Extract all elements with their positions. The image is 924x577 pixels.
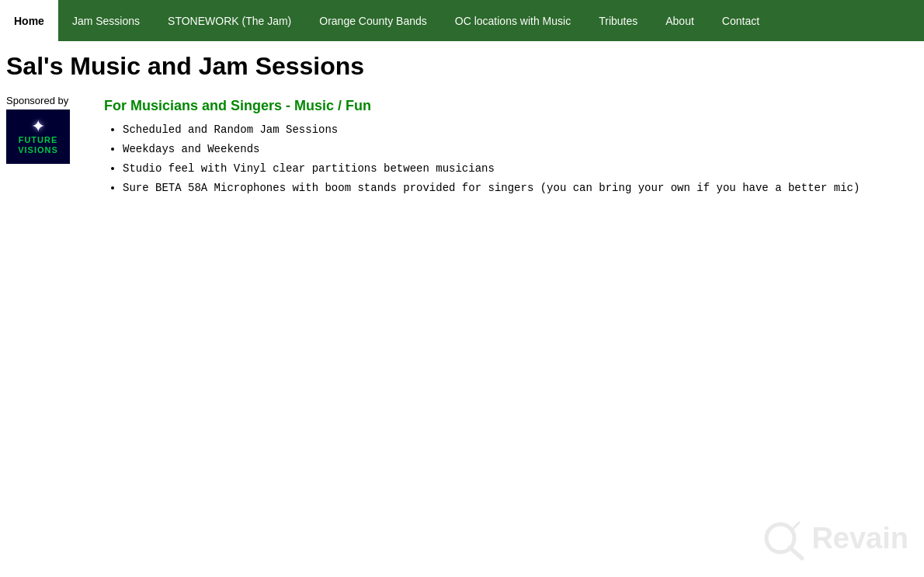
list-item: Weekdays and Weekends [123, 141, 918, 158]
sponsor-logo-line2: VISIONS [18, 145, 58, 155]
svg-line-2 [791, 523, 799, 530]
nav-item-stonework[interactable]: STONEWORK (The Jam) [154, 0, 305, 41]
revain-icon [760, 515, 807, 561]
nav-item-oc-locations[interactable]: OC locations with Music [441, 0, 585, 41]
list-item: Studio feel with Vinyl clear partitions … [123, 161, 918, 177]
main-content: Sponsored by ✦ FUTURE VISIONS For Musici… [0, 89, 924, 206]
revain-watermark: Revain [760, 515, 908, 561]
nav-item-home[interactable]: Home [0, 0, 58, 41]
sponsor-label: Sponsored by [6, 95, 68, 106]
content-headline: For Musicians and Singers - Music / Fun [104, 98, 918, 114]
nav-item-contact[interactable]: Contact [708, 0, 773, 41]
nav-item-about[interactable]: About [651, 0, 708, 41]
svg-line-1 [790, 547, 802, 558]
nav-item-oc-bands[interactable]: Orange County Bands [305, 0, 441, 41]
sponsor-logo-line1: FUTURE [19, 135, 58, 145]
sponsor-logo: ✦ FUTURE VISIONS [6, 109, 70, 164]
main-nav: HomeJam SessionsSTONEWORK (The Jam)Orang… [0, 0, 924, 41]
sponsor-logo-star: ✦ [31, 118, 45, 135]
content-block: For Musicians and Singers - Music / Fun … [96, 95, 918, 200]
revain-text: Revain [811, 522, 908, 555]
page-title: Sal's Music and Jam Sessions [0, 41, 924, 89]
sponsor-block: Sponsored by ✦ FUTURE VISIONS [6, 95, 84, 200]
nav-item-tributes[interactable]: Tributes [585, 0, 651, 41]
nav-item-jam-sessions[interactable]: Jam Sessions [58, 0, 154, 41]
list-item: Scheduled and Random Jam Sessions [123, 122, 918, 138]
list-item: Sure BETA 58A Microphones with boom stan… [123, 180, 918, 196]
content-list: Scheduled and Random Jam SessionsWeekday… [123, 122, 918, 196]
